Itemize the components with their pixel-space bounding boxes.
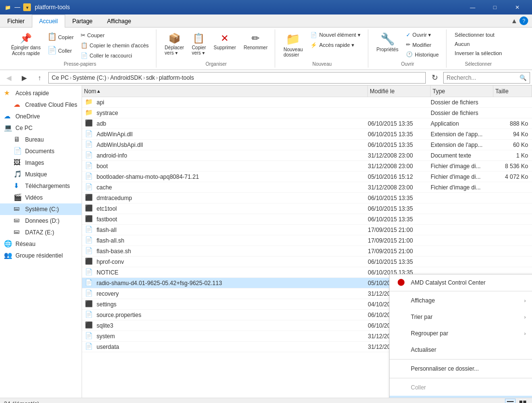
sidebar-item-bureau[interactable]: 🖥 Bureau (0, 134, 82, 145)
table-row[interactable]: 📁 systrace Dossier de fichiers (82, 108, 532, 118)
tab-accueil[interactable]: Accueil (32, 14, 65, 28)
table-row[interactable]: ⬛ hprof-conv 06/10/2015 13:35 (82, 257, 532, 267)
sidebar-item-groupe[interactable]: 👥 Groupe résidentiel (0, 250, 82, 261)
details-view-button[interactable] (505, 399, 516, 403)
maximize-button[interactable]: □ (484, 0, 506, 14)
col-header-nom[interactable]: Nom ▲ (82, 86, 368, 97)
sidebar-item-systeme-c[interactable]: 🖴 Système (C:) (0, 203, 82, 215)
app-icon: ⬛ (85, 321, 94, 330)
up-button[interactable]: ↑ (33, 71, 46, 85)
sidebar-item-documents[interactable]: 📄 Documents (0, 145, 82, 157)
path-platform-tools[interactable]: platform-tools (159, 74, 194, 81)
ctx-item-affichage[interactable]: Affichage › (390, 292, 532, 309)
coller-raccourci-button[interactable]: 📄 Coller le raccourci (77, 51, 153, 60)
close-button[interactable]: ✕ (506, 0, 528, 14)
dll-icon: 📄 (85, 141, 94, 149)
proprietes-button[interactable]: 🔧 Propriétés (373, 30, 402, 54)
couper-button[interactable]: ✂ Couper (77, 30, 153, 40)
col-header-size[interactable]: Taille (493, 86, 532, 97)
sidebar-item-donnees-d[interactable]: 🖴 Donnees (D:) (0, 215, 82, 227)
sidebar-item-acces-rapide[interactable]: ★ Accès rapide (0, 87, 82, 99)
table-row[interactable]: 📄 flash-base.sh 17/09/2015 21:00 (82, 246, 532, 257)
ctx-item-actualiser[interactable]: Actualiser (390, 342, 532, 358)
coller-icon: 📄 (47, 45, 57, 55)
sidebar-item-reseau[interactable]: 🌐 Réseau (0, 238, 82, 250)
coller-button[interactable]: 📄 Coller (45, 44, 76, 57)
aucun-button[interactable]: Aucun (451, 40, 505, 48)
table-row[interactable]: 📄 cache 31/12/2008 23:00 Fichier d'image… (82, 182, 532, 193)
table-row[interactable]: 📄 flash-all.sh 17/09/2015 21:00 (82, 235, 532, 246)
table-row[interactable]: 📄 flash-all 17/09/2015 21:00 (82, 225, 532, 235)
nouveau-dossier-button[interactable]: 📁 Nouveaudossier (280, 30, 306, 59)
address-path[interactable]: Ce PC › Système (C:) › AndroidSDK › sdk … (48, 72, 426, 84)
ctx-item-ouvrir-cmd[interactable]: Ouvrir une fenêtre de commandes ici (390, 396, 532, 398)
file-name: source.properties (97, 312, 368, 318)
epingler-button[interactable]: 📌 Épingler dansAccès rapide (8, 30, 44, 58)
sidebar-item-images[interactable]: 🖼 Images (0, 157, 82, 169)
table-row[interactable]: 📁 api Dossier de fichiers (82, 97, 532, 108)
back-button[interactable]: ◀ (2, 71, 15, 85)
tab-affichage[interactable]: Affichage (100, 14, 139, 28)
sidebar-item-musique[interactable]: 🎵 Musique (0, 169, 82, 180)
modifier-button[interactable]: ✏ Modifier (403, 40, 442, 49)
selectionner-tout-button[interactable]: Sélectionner tout (451, 30, 505, 39)
nouvel-element-button[interactable]: 📄 Nouvel élément ▾ (307, 30, 364, 40)
historique-button[interactable]: 🕐 Historique (403, 50, 442, 59)
acces-rapide-button[interactable]: ⚡ Accès rapide ▾ (307, 41, 364, 50)
file-date: 17/09/2015 21:00 (368, 237, 431, 244)
path-systeme[interactable]: Système (C:) (72, 74, 106, 81)
sidebar-item-telechargements[interactable]: ⬇ Téléchargements (0, 180, 82, 192)
large-icons-view-button[interactable] (518, 399, 528, 403)
copier-vers-button[interactable]: 📋 Copiervers ▾ (188, 30, 209, 58)
file-date: 06/10/2015 13:35 (368, 195, 431, 202)
file-date: 06/10/2015 13:35 (368, 205, 431, 212)
sidebar-item-dataz-e[interactable]: 🖴 DATAZ (E:) (0, 227, 82, 238)
table-row[interactable]: 📄 bootloader-shamu-moto-apq8084-71.21 05… (82, 172, 532, 182)
tab-partage[interactable]: Partage (65, 14, 100, 28)
file-date: 06/10/2015 13:35 (368, 131, 431, 138)
sidebar-item-ce-pc[interactable]: 💻 Ce PC (0, 122, 82, 134)
sidebar-item-onedrive[interactable]: ☁ OneDrive (0, 111, 82, 122)
sidebar-item-creative-cloud[interactable]: ☁ Creative Cloud Files (0, 99, 82, 111)
deplacer-button[interactable]: 📦 Déplacervers ▾ (161, 30, 187, 58)
col-header-date[interactable]: Modifié le (368, 86, 431, 97)
refresh-button[interactable]: ↻ (428, 71, 441, 85)
tab-fichier[interactable]: Fichier (0, 14, 32, 28)
ctx-item-personnaliser[interactable]: Personnaliser ce dossier... (390, 360, 532, 377)
table-row[interactable]: ⬛ adb 06/10/2015 13:35 Application 888 K… (82, 118, 532, 129)
table-row[interactable]: 📄 AdbWinApi.dll 06/10/2015 13:35 Extensi… (82, 129, 532, 140)
help-button[interactable]: ? (519, 16, 528, 25)
path-androidsdk[interactable]: AndroidSDK (110, 74, 142, 81)
path-sdk[interactable]: sdk (146, 74, 155, 81)
copier-chemin-button[interactable]: 📋 Copier le chemin d'accès (77, 41, 153, 50)
inverser-button[interactable]: Inverser la sélection (451, 49, 505, 58)
ctx-label-affichage: Affichage (411, 297, 435, 304)
search-input[interactable] (447, 74, 519, 81)
ctx-item-trier-par[interactable]: Trier par › (390, 309, 532, 325)
sidebar-item-videos[interactable]: 🎬 Vidéos (0, 192, 82, 203)
search-icon: 🔍 (519, 74, 527, 81)
file-date: 31/12/2008 23:00 (368, 184, 431, 191)
forward-button[interactable]: ▶ (17, 71, 31, 85)
ctx-item-coller[interactable]: Coller (390, 379, 532, 396)
minimize-button[interactable]: — (462, 0, 484, 14)
table-row[interactable]: ⬛ dmtracedump 06/10/2015 13:35 (82, 193, 532, 203)
copier-button[interactable]: 📋 Copier (45, 30, 76, 43)
ctx-item-amd-catalyst[interactable]: ⬤ AMD Catalyst Control Center (390, 274, 532, 291)
ouvrir-button[interactable]: ✓ Ouvrir ▾ (403, 30, 442, 40)
ribbon-collapse-button[interactable]: ▲ (511, 17, 518, 25)
ctx-item-regrouper-par[interactable]: Regrouper par › (390, 325, 532, 342)
nouveau-dossier-icon: 📁 (286, 32, 300, 46)
table-row[interactable]: ⬛ etc1tool 06/10/2015 13:35 (82, 203, 532, 214)
ctx-label-coller: Coller (411, 384, 426, 391)
table-row[interactable]: 📄 boot 31/12/2008 23:00 Fichier d'image … (82, 161, 532, 172)
col-header-type[interactable]: Type (431, 86, 493, 97)
supprimer-button[interactable]: ✕ Supprimer (210, 30, 239, 52)
path-cepc[interactable]: Ce PC (52, 74, 69, 81)
computer-icon: 💻 (4, 124, 13, 132)
sidebar-label-systeme-c: Système (C:) (25, 206, 59, 213)
table-row[interactable]: 📄 android-info 31/12/2008 23:00 Document… (82, 150, 532, 161)
table-row[interactable]: ⬛ fastboot 06/10/2015 13:35 (82, 214, 532, 225)
renommer-button[interactable]: ✏ Renommer (240, 30, 271, 52)
table-row[interactable]: 📄 AdbWinUsbApi.dll 06/10/2015 13:35 Exte… (82, 140, 532, 150)
